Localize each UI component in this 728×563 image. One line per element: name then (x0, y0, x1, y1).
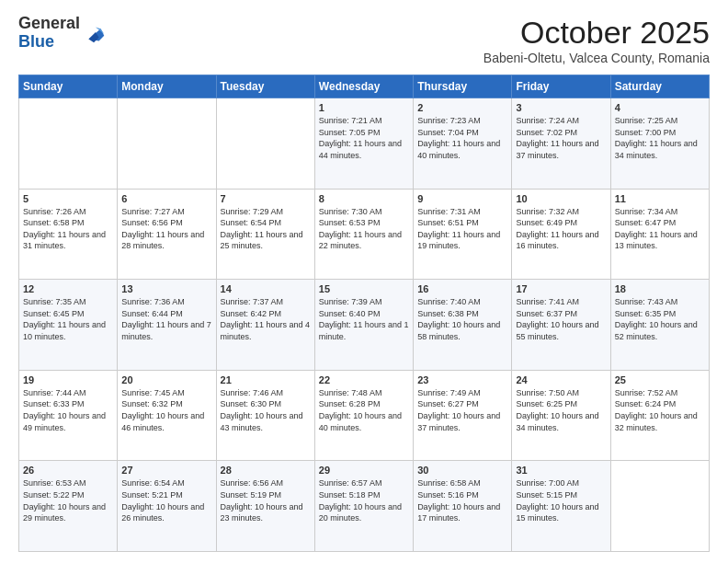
day-info: Sunrise: 7:31 AM Sunset: 6:51 PM Dayligh… (417, 206, 507, 252)
day-number: 29 (319, 465, 409, 476)
calendar-cell: 31Sunrise: 7:00 AM Sunset: 5:15 PM Dayli… (512, 461, 610, 552)
day-info: Sunrise: 7:50 AM Sunset: 6:25 PM Dayligh… (516, 387, 606, 433)
day-number: 3 (516, 102, 606, 113)
calendar-week-3: 12Sunrise: 7:35 AM Sunset: 6:45 PM Dayli… (19, 280, 710, 371)
logo: General Blue (18, 15, 108, 52)
calendar-cell: 13Sunrise: 7:36 AM Sunset: 6:44 PM Dayli… (118, 280, 216, 371)
day-number: 19 (23, 374, 113, 385)
calendar-header-row: SundayMondayTuesdayWednesdayThursdayFrid… (19, 75, 710, 98)
calendar-cell: 9Sunrise: 7:31 AM Sunset: 6:51 PM Daylig… (414, 189, 512, 280)
day-info: Sunrise: 7:27 AM Sunset: 6:56 PM Dayligh… (121, 206, 211, 252)
day-info: Sunrise: 7:52 AM Sunset: 6:24 PM Dayligh… (615, 387, 705, 433)
logo-text: General Blue (18, 15, 80, 52)
day-number: 8 (319, 193, 409, 204)
day-info: Sunrise: 7:21 AM Sunset: 7:05 PM Dayligh… (319, 115, 409, 161)
calendar-week-1: 1Sunrise: 7:21 AM Sunset: 7:05 PM Daylig… (19, 98, 710, 190)
day-number: 4 (615, 102, 705, 113)
day-number: 2 (417, 102, 507, 113)
calendar-cell: 3Sunrise: 7:24 AM Sunset: 7:02 PM Daylig… (512, 98, 610, 190)
calendar-cell (19, 98, 118, 190)
header: General Blue October 2025 Babeni-Oltetu,… (18, 15, 710, 65)
day-number: 31 (516, 465, 606, 476)
day-info: Sunrise: 7:30 AM Sunset: 6:53 PM Dayligh… (319, 206, 409, 252)
day-info: Sunrise: 7:23 AM Sunset: 7:04 PM Dayligh… (417, 115, 507, 161)
calendar-cell: 28Sunrise: 6:56 AM Sunset: 5:19 PM Dayli… (216, 461, 314, 552)
day-info: Sunrise: 7:39 AM Sunset: 6:40 PM Dayligh… (319, 296, 409, 342)
calendar-week-5: 26Sunrise: 6:53 AM Sunset: 5:22 PM Dayli… (19, 461, 710, 552)
calendar-header-thursday: Thursday (414, 75, 512, 98)
calendar-cell: 4Sunrise: 7:25 AM Sunset: 7:00 PM Daylig… (610, 98, 709, 190)
day-info: Sunrise: 6:56 AM Sunset: 5:19 PM Dayligh… (221, 477, 311, 523)
calendar-header-sunday: Sunday (19, 75, 118, 98)
calendar-cell: 5Sunrise: 7:26 AM Sunset: 6:58 PM Daylig… (19, 189, 118, 280)
calendar-cell: 30Sunrise: 6:58 AM Sunset: 5:16 PM Dayli… (414, 461, 512, 552)
calendar-cell: 6Sunrise: 7:27 AM Sunset: 6:56 PM Daylig… (118, 189, 216, 280)
calendar-table: SundayMondayTuesdayWednesdayThursdayFrid… (18, 75, 710, 552)
location-title: Babeni-Oltetu, Valcea County, Romania (483, 51, 710, 65)
calendar-cell: 21Sunrise: 7:46 AM Sunset: 6:30 PM Dayli… (216, 370, 314, 461)
calendar-cell: 7Sunrise: 7:29 AM Sunset: 6:54 PM Daylig… (216, 189, 314, 280)
calendar-cell: 12Sunrise: 7:35 AM Sunset: 6:45 PM Dayli… (19, 280, 118, 371)
calendar-cell: 8Sunrise: 7:30 AM Sunset: 6:53 PM Daylig… (314, 189, 413, 280)
day-number: 23 (417, 374, 507, 385)
day-info: Sunrise: 7:34 AM Sunset: 6:47 PM Dayligh… (615, 206, 705, 252)
page: General Blue October 2025 Babeni-Oltetu,… (0, 0, 728, 563)
calendar-cell (118, 98, 216, 190)
calendar-cell: 22Sunrise: 7:48 AM Sunset: 6:28 PM Dayli… (314, 370, 413, 461)
day-info: Sunrise: 7:00 AM Sunset: 5:15 PM Dayligh… (516, 477, 606, 523)
day-info: Sunrise: 7:46 AM Sunset: 6:30 PM Dayligh… (221, 387, 311, 433)
day-info: Sunrise: 7:41 AM Sunset: 6:37 PM Dayligh… (516, 296, 606, 342)
calendar-header-tuesday: Tuesday (216, 75, 314, 98)
day-info: Sunrise: 7:32 AM Sunset: 6:49 PM Dayligh… (516, 206, 606, 252)
day-number: 24 (516, 374, 606, 385)
day-info: Sunrise: 7:36 AM Sunset: 6:44 PM Dayligh… (121, 296, 211, 342)
logo-icon (82, 20, 108, 46)
calendar-header-saturday: Saturday (610, 75, 709, 98)
title-block: October 2025 Babeni-Oltetu, Valcea Count… (483, 15, 710, 65)
calendar-cell: 27Sunrise: 6:54 AM Sunset: 5:21 PM Dayli… (118, 461, 216, 552)
day-info: Sunrise: 6:54 AM Sunset: 5:21 PM Dayligh… (121, 477, 211, 523)
day-info: Sunrise: 6:58 AM Sunset: 5:16 PM Dayligh… (417, 477, 507, 523)
day-number: 5 (23, 193, 113, 204)
calendar-cell: 18Sunrise: 7:43 AM Sunset: 6:35 PM Dayli… (610, 280, 709, 371)
day-info: Sunrise: 7:48 AM Sunset: 6:28 PM Dayligh… (319, 387, 409, 433)
calendar-cell: 17Sunrise: 7:41 AM Sunset: 6:37 PM Dayli… (512, 280, 610, 371)
day-number: 18 (615, 283, 705, 294)
day-number: 16 (417, 283, 507, 294)
day-number: 27 (121, 465, 211, 476)
calendar-header-monday: Monday (118, 75, 216, 98)
calendar-cell: 11Sunrise: 7:34 AM Sunset: 6:47 PM Dayli… (610, 189, 709, 280)
calendar-cell: 29Sunrise: 6:57 AM Sunset: 5:18 PM Dayli… (314, 461, 413, 552)
day-number: 30 (417, 465, 507, 476)
day-info: Sunrise: 7:45 AM Sunset: 6:32 PM Dayligh… (121, 387, 211, 433)
day-number: 7 (221, 193, 311, 204)
calendar-header-friday: Friday (512, 75, 610, 98)
calendar-header-wednesday: Wednesday (314, 75, 413, 98)
day-info: Sunrise: 7:24 AM Sunset: 7:02 PM Dayligh… (516, 115, 606, 161)
calendar-cell: 16Sunrise: 7:40 AM Sunset: 6:38 PM Dayli… (414, 280, 512, 371)
calendar-week-4: 19Sunrise: 7:44 AM Sunset: 6:33 PM Dayli… (19, 370, 710, 461)
month-title: October 2025 (483, 15, 710, 51)
day-info: Sunrise: 7:35 AM Sunset: 6:45 PM Dayligh… (23, 296, 113, 342)
calendar-cell: 15Sunrise: 7:39 AM Sunset: 6:40 PM Dayli… (314, 280, 413, 371)
day-number: 6 (121, 193, 211, 204)
day-number: 13 (121, 283, 211, 294)
day-number: 22 (319, 374, 409, 385)
day-info: Sunrise: 7:25 AM Sunset: 7:00 PM Dayligh… (615, 115, 705, 161)
day-info: Sunrise: 7:26 AM Sunset: 6:58 PM Dayligh… (23, 206, 113, 252)
calendar-cell: 10Sunrise: 7:32 AM Sunset: 6:49 PM Dayli… (512, 189, 610, 280)
calendar-cell: 26Sunrise: 6:53 AM Sunset: 5:22 PM Dayli… (19, 461, 118, 552)
calendar-cell: 1Sunrise: 7:21 AM Sunset: 7:05 PM Daylig… (314, 98, 413, 190)
calendar-cell: 25Sunrise: 7:52 AM Sunset: 6:24 PM Dayli… (610, 370, 709, 461)
calendar-cell (216, 98, 314, 190)
day-info: Sunrise: 7:40 AM Sunset: 6:38 PM Dayligh… (417, 296, 507, 342)
calendar-week-2: 5Sunrise: 7:26 AM Sunset: 6:58 PM Daylig… (19, 189, 710, 280)
calendar-cell: 24Sunrise: 7:50 AM Sunset: 6:25 PM Dayli… (512, 370, 610, 461)
day-number: 10 (516, 193, 606, 204)
day-number: 1 (319, 102, 409, 113)
calendar-cell: 19Sunrise: 7:44 AM Sunset: 6:33 PM Dayli… (19, 370, 118, 461)
day-number: 12 (23, 283, 113, 294)
calendar-cell: 23Sunrise: 7:49 AM Sunset: 6:27 PM Dayli… (414, 370, 512, 461)
day-info: Sunrise: 7:37 AM Sunset: 6:42 PM Dayligh… (221, 296, 311, 342)
day-info: Sunrise: 7:29 AM Sunset: 6:54 PM Dayligh… (221, 206, 311, 252)
